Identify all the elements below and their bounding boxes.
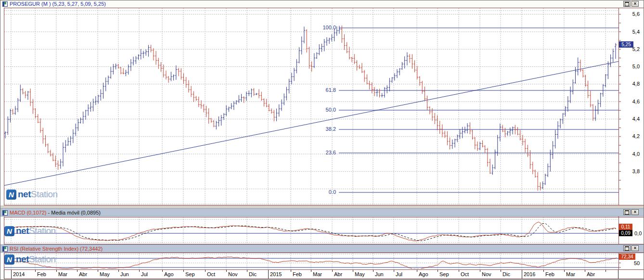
window-title: PROSEGUR (M ) (5,23, 5,27, 5,09, 5,25) <box>10 1 106 7</box>
time-axis-label: Feb <box>293 271 302 277</box>
year-divider <box>11 270 12 279</box>
month-tick <box>56 270 57 272</box>
maximize-icon <box>625 246 629 251</box>
time-axis-label: Oct <box>461 271 469 277</box>
rsi-title: RSI (Relative Strength Index) (72,3442) <box>10 246 103 252</box>
maximize-button-main[interactable] <box>623 1 631 7</box>
close-icon: × <box>634 2 637 6</box>
time-axis-label: Feb <box>37 271 46 277</box>
month-tick <box>480 270 480 272</box>
time-axis-label: Sep <box>185 271 195 277</box>
maximize-button-rsi[interactable] <box>623 245 631 251</box>
rsi-plot-area[interactable] <box>4 253 618 269</box>
month-tick <box>394 270 394 272</box>
month-tick <box>98 270 98 272</box>
month-tick <box>501 270 501 272</box>
month-tick <box>247 270 247 272</box>
time-axis-label: Abr <box>79 271 87 277</box>
price-axis[interactable] <box>619 8 643 205</box>
month-tick <box>183 270 184 272</box>
time-axis-label: Dic <box>502 271 510 277</box>
time-axis-label: Mar <box>313 271 322 277</box>
time-axis-label: Dic <box>249 271 257 277</box>
month-tick <box>205 270 206 272</box>
chart-window-icon <box>2 1 8 7</box>
macd-title: MACD (0,1072) - Media móvil (0,0895) <box>10 210 101 216</box>
time-axis-label: 2014 <box>13 271 25 277</box>
time-axis-label: Nov <box>228 271 238 277</box>
time-axis-label: Oct <box>207 271 215 277</box>
axis-edge-divider <box>4 270 4 279</box>
time-axis-label: Jul <box>141 271 148 277</box>
month-tick <box>605 270 606 272</box>
rsi-value-badge: 72,34 <box>619 254 635 260</box>
time-axis-label: Jun <box>120 271 129 277</box>
month-tick <box>417 270 417 272</box>
time-axis-label: May <box>100 271 110 277</box>
rsi-mid-label: 50 <box>634 260 640 266</box>
close-icon: × <box>634 246 637 250</box>
month-tick <box>139 270 140 272</box>
month-tick <box>373 270 374 272</box>
time-axis-label: Mar <box>58 271 67 277</box>
time-axis-label: Ago <box>164 271 174 277</box>
month-tick <box>311 270 311 272</box>
rsi-panel-icon <box>2 246 8 252</box>
netstation-window: PROSEGUR (M ) (5,23, 5,27, 5,09, 5,25) ×… <box>0 0 644 280</box>
time-axis-label: Nov <box>482 271 491 277</box>
month-tick <box>543 270 544 272</box>
main-plot-area[interactable] <box>4 8 618 205</box>
close-button-rsi[interactable]: × <box>631 245 639 251</box>
close-button-macd[interactable]: × <box>631 209 639 215</box>
time-axis: 2014FebMarAbrMayJunJulAgoSepOctNovDic201… <box>0 270 644 279</box>
macd-value-badge: 0,11 <box>619 224 632 230</box>
month-tick <box>35 270 36 272</box>
maximize-icon <box>625 2 629 6</box>
month-tick <box>332 270 333 272</box>
month-tick <box>585 270 585 272</box>
month-tick <box>118 270 119 272</box>
macd-title-separator: - <box>48 210 50 216</box>
macd-subtitle: Media móvil (0,0895) <box>51 210 101 216</box>
close-icon: × <box>634 210 637 214</box>
time-axis-label: Mar <box>566 271 575 277</box>
month-tick <box>162 270 163 272</box>
time-axis-label: Jun <box>375 271 384 277</box>
year-divider <box>522 270 522 279</box>
time-axis-label: Abr <box>587 271 595 277</box>
month-tick <box>226 270 227 272</box>
macd-plot-area[interactable] <box>4 217 618 244</box>
time-axis-label: Sep <box>439 271 449 277</box>
month-tick <box>459 270 459 272</box>
time-axis-label: 2015 <box>270 271 282 277</box>
month-tick <box>353 270 353 272</box>
macd-header: MACD (0,1072) - Media móvil (0,0895) <box>0 208 644 216</box>
month-tick <box>291 270 291 272</box>
month-tick <box>564 270 565 272</box>
month-tick <box>77 270 77 272</box>
close-button-main[interactable]: × <box>631 1 639 7</box>
month-tick <box>438 270 438 272</box>
time-axis-label: Ago <box>419 271 428 277</box>
time-axis-label: 2016 <box>524 271 535 277</box>
year-divider <box>268 270 269 279</box>
macd-panel-icon <box>2 210 8 216</box>
maximize-icon <box>625 210 629 215</box>
axis-edge-divider <box>618 270 618 279</box>
main-title-bar: PROSEGUR (M ) (5,23, 5,27, 5,09, 5,25) <box>0 0 644 8</box>
macd-signal-badge: 0,09 <box>619 230 632 236</box>
time-axis-label: Jul <box>396 271 402 277</box>
rsi-header: RSI (Relative Strength Index) (72,3442) <box>0 244 644 253</box>
time-axis-label: Feb <box>545 271 554 277</box>
maximize-button-macd[interactable] <box>623 209 631 215</box>
time-axis-label: May <box>355 271 365 277</box>
time-axis-label: Abr <box>334 271 342 277</box>
macd-zero-label: 0,0 <box>634 230 642 236</box>
